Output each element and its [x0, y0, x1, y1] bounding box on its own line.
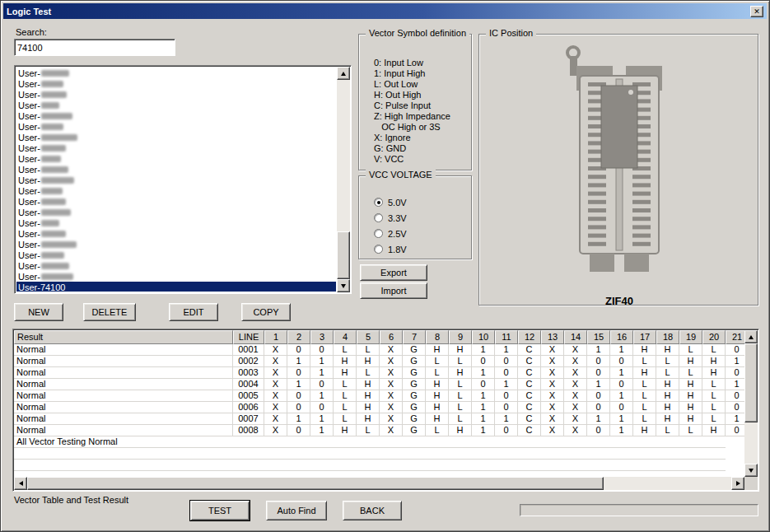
vector-cell: G: [403, 367, 426, 379]
vector-cell: H: [656, 379, 679, 390]
vector-cell: L: [702, 390, 726, 402]
test-button[interactable]: TEST: [190, 501, 250, 520]
vcc-voltage-group: VCC VOLTAGE 5.0V3.3V2.5V1.8V: [358, 175, 472, 259]
list-item-label: User-: [18, 133, 40, 142]
table-vscrollbar[interactable]: [744, 330, 758, 477]
empty-row: [14, 448, 726, 460]
list-item[interactable]: User-74100: [16, 282, 336, 292]
list-item[interactable]: User-: [16, 68, 336, 78]
list-item[interactable]: User-: [16, 250, 336, 260]
table-row[interactable]: Normal0003X01HLXGLH10CXX01HLLH0: [14, 367, 744, 379]
table-row[interactable]: Normal0007X11LHXGHL11CXX11LHHL1: [14, 413, 744, 425]
list-item[interactable]: User-: [16, 110, 336, 121]
vector-cell: C: [518, 402, 541, 413]
search-input[interactable]: [14, 39, 175, 56]
device-list[interactable]: User-User-User-User-User-User-User-User-…: [16, 68, 336, 292]
vector-cell: H: [449, 344, 472, 356]
list-item[interactable]: User-: [16, 164, 336, 175]
table-scroll-left-button[interactable]: [14, 477, 27, 490]
table-hscroll-thumb[interactable]: [27, 477, 604, 490]
redacted-text: [41, 252, 64, 259]
list-item[interactable]: User-: [16, 271, 336, 282]
list-item[interactable]: User-: [16, 78, 336, 89]
vector-cell: X: [541, 379, 564, 390]
radio-option-5.0V[interactable]: 5.0V: [374, 194, 407, 210]
vector-cell: L: [702, 413, 726, 425]
symbol-line: 1: Input High: [374, 68, 450, 79]
list-scrollbar[interactable]: [337, 67, 350, 292]
vector-cell: C: [518, 356, 541, 367]
symbol-line: V: VCC: [374, 154, 450, 165]
copy-button[interactable]: COPY: [241, 303, 291, 321]
table-hscrollbar[interactable]: [14, 477, 744, 490]
list-item[interactable]: User-: [16, 121, 336, 132]
vcc-voltage-title: VCC VOLTAGE: [366, 170, 436, 180]
list-item[interactable]: User-: [16, 132, 336, 142]
list-item[interactable]: User-: [16, 228, 336, 239]
table-row[interactable]: Normal0005X01LHXGHL10CXX01LHHL0: [14, 390, 744, 402]
column-header: 21: [726, 330, 744, 344]
import-button[interactable]: Import: [360, 282, 427, 299]
autofind-button[interactable]: Auto Find: [266, 501, 327, 520]
table-vscroll-thumb[interactable]: [744, 343, 758, 422]
table-row[interactable]: Normal0001X00LLXGHH11CXX11HHLL0: [14, 344, 744, 356]
vector-cell: X: [380, 390, 403, 402]
close-button[interactable]: ✕: [750, 6, 763, 17]
radio-label: 3.3V: [388, 213, 407, 223]
list-item[interactable]: User-: [16, 153, 336, 164]
vector-cell: X: [380, 425, 403, 436]
radio-option-1.8V[interactable]: 1.8V: [374, 241, 407, 257]
vector-symbol-group: Vector Symbol definition 0: Input Low1: …: [358, 34, 472, 170]
vector-cell: X: [564, 367, 587, 379]
list-item[interactable]: User-: [16, 260, 336, 271]
table-row[interactable]: Normal0004X10LHXGHL01CXX10LHHL1: [14, 379, 744, 390]
export-button[interactable]: Export: [360, 264, 427, 281]
column-header: 15: [587, 330, 610, 344]
scroll-up-icon: [341, 72, 346, 76]
vector-cell: 0: [726, 402, 744, 413]
table-row[interactable]: Normal0006X00LHXGHL10CXX00LHHL0: [14, 402, 744, 413]
vector-cell: 1: [472, 413, 495, 425]
list-item[interactable]: User-: [16, 175, 336, 185]
radio-option-2.5V[interactable]: 2.5V: [374, 226, 407, 241]
list-item[interactable]: User-: [16, 196, 336, 207]
line-cell: 0001: [233, 344, 264, 356]
list-item[interactable]: User-: [16, 185, 336, 196]
scroll-up-button[interactable]: [337, 67, 350, 80]
list-item[interactable]: User-: [16, 207, 336, 217]
table-row[interactable]: Normal0002X11HHXGLL00CXX00LLHH1: [14, 356, 744, 367]
list-item-label: User-: [18, 79, 40, 89]
redacted-text: [41, 177, 74, 184]
vector-cell: 1: [610, 413, 633, 425]
line-cell: 0005: [233, 390, 264, 402]
list-item[interactable]: User-: [16, 89, 336, 100]
scroll-down-button[interactable]: [337, 279, 350, 292]
list-item[interactable]: User-: [16, 217, 336, 228]
delete-button[interactable]: DELETE: [83, 303, 136, 321]
table-row[interactable]: Normal0008X01HLXGLH10CXX01HLLH0: [14, 425, 744, 436]
vector-cell: L: [656, 367, 679, 379]
vector-cell: L: [357, 344, 380, 356]
list-item[interactable]: User-: [16, 100, 336, 110]
vector-cell: H: [702, 425, 726, 436]
radio-option-3.3V[interactable]: 3.3V: [374, 210, 407, 226]
vector-cell: L: [633, 402, 656, 413]
new-button[interactable]: NEW: [14, 303, 63, 321]
back-button[interactable]: BACK: [343, 501, 402, 520]
table-scroll-right-button[interactable]: [731, 477, 744, 490]
vector-cell: 1: [495, 379, 518, 390]
table-scroll-down-button[interactable]: [744, 464, 758, 477]
device-listbox: User-User-User-User-User-User-User-User-…: [14, 65, 352, 294]
list-item[interactable]: User-: [16, 239, 336, 250]
edit-button[interactable]: EDIT: [169, 303, 218, 321]
progress-bar: [520, 504, 758, 516]
redacted-text: [41, 145, 66, 152]
vector-cell: 0: [287, 425, 310, 436]
list-item[interactable]: User-: [16, 142, 336, 153]
scroll-thumb[interactable]: [337, 231, 350, 279]
table-scroll-up-button[interactable]: [744, 330, 758, 343]
list-item-label: User-: [18, 272, 40, 282]
logic-test-window: Logic Test ✕ Search: User-User-User-User…: [0, 0, 770, 532]
result-cell: Normal: [14, 413, 233, 425]
pin1-dot: [628, 90, 633, 95]
